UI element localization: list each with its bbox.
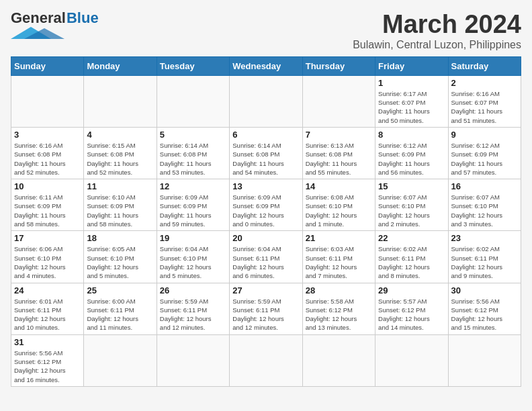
table-row: 12Sunrise: 6:09 AM Sunset: 6:09 PM Dayli…: [157, 179, 229, 231]
day-number: 14: [306, 181, 372, 191]
logo: General Blue: [11, 11, 99, 39]
table-row: 7Sunrise: 6:13 AM Sunset: 6:08 PM Daylig…: [302, 127, 375, 179]
table-row: 5Sunrise: 6:14 AM Sunset: 6:08 PM Daylig…: [157, 127, 229, 179]
day-number: 27: [232, 285, 299, 295]
day-info: Sunrise: 5:56 AM Sunset: 6:12 PM Dayligh…: [14, 349, 81, 384]
calendar-week-row: 10Sunrise: 6:11 AM Sunset: 6:09 PM Dayli…: [11, 179, 521, 231]
day-number: 9: [451, 130, 518, 140]
header-sunday: Sunday: [11, 56, 84, 75]
day-number: 31: [14, 337, 81, 347]
day-info: Sunrise: 6:07 AM Sunset: 6:10 PM Dayligh…: [378, 193, 445, 228]
table-row: [230, 75, 302, 127]
day-number: 3: [14, 130, 81, 140]
day-number: 4: [87, 130, 153, 140]
day-info: Sunrise: 6:13 AM Sunset: 6:08 PM Dayligh…: [306, 141, 372, 177]
day-info: Sunrise: 6:09 AM Sunset: 6:09 PM Dayligh…: [232, 193, 299, 228]
calendar-week-row: 1Sunrise: 6:17 AM Sunset: 6:07 PM Daylig…: [11, 75, 521, 127]
day-number: 18: [87, 233, 153, 243]
calendar-week-row: 31Sunrise: 5:56 AM Sunset: 6:12 PM Dayli…: [11, 334, 521, 386]
day-number: 17: [14, 233, 81, 243]
table-row: [375, 334, 448, 386]
day-info: Sunrise: 5:56 AM Sunset: 6:12 PM Dayligh…: [451, 297, 518, 332]
day-number: 2: [451, 78, 518, 88]
day-info: Sunrise: 6:03 AM Sunset: 6:11 PM Dayligh…: [306, 244, 372, 280]
table-row: 28Sunrise: 5:58 AM Sunset: 6:12 PM Dayli…: [302, 283, 375, 334]
day-info: Sunrise: 6:02 AM Sunset: 6:11 PM Dayligh…: [451, 244, 518, 280]
table-row: 21Sunrise: 6:03 AM Sunset: 6:11 PM Dayli…: [302, 231, 375, 283]
table-row: 14Sunrise: 6:08 AM Sunset: 6:10 PM Dayli…: [302, 179, 375, 231]
table-row: 10Sunrise: 6:11 AM Sunset: 6:09 PM Dayli…: [11, 179, 84, 231]
table-row: [448, 334, 521, 386]
table-row: 17Sunrise: 6:06 AM Sunset: 6:10 PM Dayli…: [11, 231, 84, 283]
day-info: Sunrise: 6:15 AM Sunset: 6:08 PM Dayligh…: [87, 141, 153, 177]
day-number: 22: [378, 233, 445, 243]
day-info: Sunrise: 6:01 AM Sunset: 6:11 PM Dayligh…: [14, 297, 81, 332]
table-row: 22Sunrise: 6:02 AM Sunset: 6:11 PM Dayli…: [375, 231, 448, 283]
day-info: Sunrise: 6:02 AM Sunset: 6:11 PM Dayligh…: [378, 244, 445, 280]
page-header: General Blue March 2024 Bulawin, Central…: [11, 11, 521, 51]
day-info: Sunrise: 6:14 AM Sunset: 6:08 PM Dayligh…: [160, 141, 226, 177]
page-title: March 2024: [353, 11, 521, 39]
day-number: 24: [14, 285, 81, 295]
day-number: 1: [378, 78, 445, 88]
table-row: 24Sunrise: 6:01 AM Sunset: 6:11 PM Dayli…: [11, 283, 84, 334]
day-info: Sunrise: 6:05 AM Sunset: 6:10 PM Dayligh…: [87, 244, 153, 280]
table-row: 31Sunrise: 5:56 AM Sunset: 6:12 PM Dayli…: [11, 334, 84, 386]
day-number: 8: [378, 130, 445, 140]
day-number: 28: [306, 285, 372, 295]
day-number: 7: [306, 130, 372, 140]
header-friday: Friday: [375, 56, 448, 75]
day-info: Sunrise: 5:58 AM Sunset: 6:12 PM Dayligh…: [306, 297, 372, 332]
day-info: Sunrise: 6:17 AM Sunset: 6:07 PM Dayligh…: [378, 89, 445, 125]
day-number: 20: [232, 233, 299, 243]
day-number: 29: [378, 285, 445, 295]
day-info: Sunrise: 6:16 AM Sunset: 6:08 PM Dayligh…: [14, 141, 81, 177]
day-info: Sunrise: 6:11 AM Sunset: 6:09 PM Dayligh…: [14, 193, 81, 228]
day-info: Sunrise: 6:00 AM Sunset: 6:11 PM Dayligh…: [87, 297, 153, 332]
day-number: 12: [160, 181, 226, 191]
table-row: 13Sunrise: 6:09 AM Sunset: 6:09 PM Dayli…: [230, 179, 302, 231]
day-number: 11: [87, 181, 153, 191]
table-row: 2Sunrise: 6:16 AM Sunset: 6:07 PM Daylig…: [448, 75, 521, 127]
table-row: 30Sunrise: 5:56 AM Sunset: 6:12 PM Dayli…: [448, 283, 521, 334]
table-row: 6Sunrise: 6:14 AM Sunset: 6:08 PM Daylig…: [230, 127, 302, 179]
calendar-header-row: Sunday Monday Tuesday Wednesday Thursday…: [11, 56, 521, 75]
day-number: 30: [451, 285, 518, 295]
table-row: 25Sunrise: 6:00 AM Sunset: 6:11 PM Dayli…: [84, 283, 157, 334]
table-row: 18Sunrise: 6:05 AM Sunset: 6:10 PM Dayli…: [84, 231, 157, 283]
table-row: [11, 75, 84, 127]
table-row: 11Sunrise: 6:10 AM Sunset: 6:09 PM Dayli…: [84, 179, 157, 231]
day-info: Sunrise: 6:16 AM Sunset: 6:07 PM Dayligh…: [451, 89, 518, 125]
day-number: 15: [378, 181, 445, 191]
day-number: 16: [451, 181, 518, 191]
table-row: [302, 334, 375, 386]
day-info: Sunrise: 6:12 AM Sunset: 6:09 PM Dayligh…: [451, 141, 518, 177]
table-row: 29Sunrise: 5:57 AM Sunset: 6:12 PM Dayli…: [375, 283, 448, 334]
day-number: 26: [160, 285, 226, 295]
table-row: 23Sunrise: 6:02 AM Sunset: 6:11 PM Dayli…: [448, 231, 521, 283]
day-info: Sunrise: 6:06 AM Sunset: 6:10 PM Dayligh…: [14, 244, 81, 280]
calendar-week-row: 17Sunrise: 6:06 AM Sunset: 6:10 PM Dayli…: [11, 231, 521, 283]
day-number: 13: [232, 181, 299, 191]
day-info: Sunrise: 6:08 AM Sunset: 6:10 PM Dayligh…: [306, 193, 372, 228]
day-info: Sunrise: 6:07 AM Sunset: 6:10 PM Dayligh…: [451, 193, 518, 228]
logo-wave-icon: [11, 27, 64, 39]
table-row: 27Sunrise: 5:59 AM Sunset: 6:11 PM Dayli…: [230, 283, 302, 334]
day-info: Sunrise: 6:10 AM Sunset: 6:09 PM Dayligh…: [87, 193, 153, 228]
day-info: Sunrise: 6:04 AM Sunset: 6:11 PM Dayligh…: [232, 244, 299, 280]
logo-text-general: General: [11, 11, 66, 26]
table-row: [84, 334, 157, 386]
table-row: 8Sunrise: 6:12 AM Sunset: 6:09 PM Daylig…: [375, 127, 448, 179]
header-monday: Monday: [84, 56, 157, 75]
day-info: Sunrise: 6:12 AM Sunset: 6:09 PM Dayligh…: [378, 141, 445, 177]
header-wednesday: Wednesday: [230, 56, 302, 75]
day-number: 21: [306, 233, 372, 243]
day-info: Sunrise: 6:04 AM Sunset: 6:10 PM Dayligh…: [160, 244, 226, 280]
table-row: [84, 75, 157, 127]
table-row: 26Sunrise: 5:59 AM Sunset: 6:11 PM Dayli…: [157, 283, 229, 334]
day-info: Sunrise: 5:59 AM Sunset: 6:11 PM Dayligh…: [232, 297, 299, 332]
calendar-week-row: 3Sunrise: 6:16 AM Sunset: 6:08 PM Daylig…: [11, 127, 521, 179]
table-row: 9Sunrise: 6:12 AM Sunset: 6:09 PM Daylig…: [448, 127, 521, 179]
table-row: [157, 75, 229, 127]
table-row: 4Sunrise: 6:15 AM Sunset: 6:08 PM Daylig…: [84, 127, 157, 179]
